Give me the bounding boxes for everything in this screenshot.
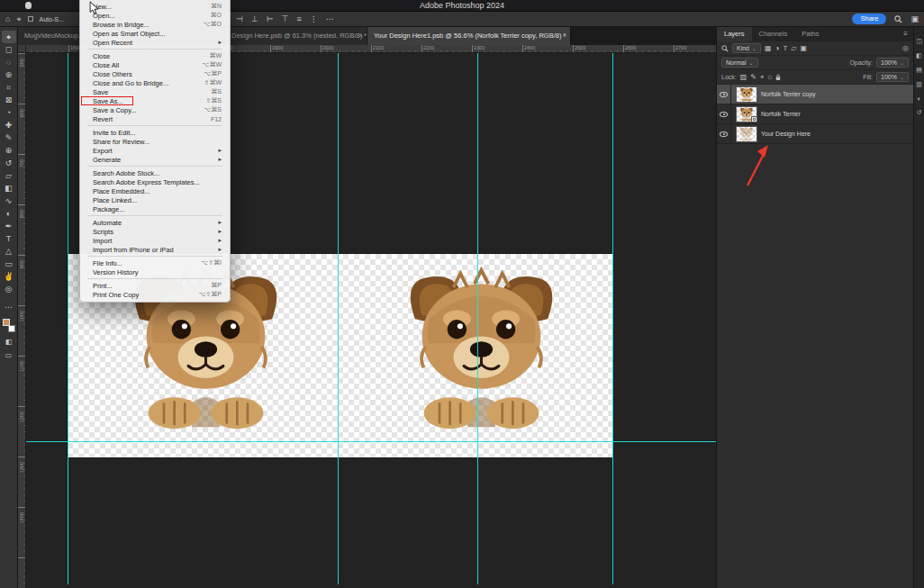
layer-row-norfolk-terrier[interactable]: Norfolk Terrier [717,104,913,124]
menu-item-open-as-smart-object[interactable]: Open as Smart Object... [80,29,230,38]
more-options-icon[interactable]: ⋯ [326,12,334,26]
menu-item-place-embedded[interactable]: Place Embedded... [80,186,230,195]
menu-item-search-adobe-stock[interactable]: Search Adobe Stock... [80,168,230,177]
menu-item-share-for-review[interactable]: Share for Review... [80,137,230,146]
frame-tool[interactable]: ⊠ [2,94,16,106]
auto-select-checkbox[interactable] [28,16,33,22]
blend-mode-select[interactable]: Normal ⌄ [721,58,758,68]
menu-item-save[interactable]: Save⌘S [80,87,230,96]
distribute-vertical-icon[interactable]: ⋮ [310,12,318,26]
screen-mode-icon[interactable]: ▭ [5,351,13,359]
lock-all-icon[interactable] [775,74,781,81]
menu-item-invite-to-edit[interactable]: Invite to Edit... [80,128,230,137]
layer-thumbnail[interactable] [737,107,756,122]
menu-item-new[interactable]: New...⌘N [80,2,230,11]
pixel-filter-icon[interactable]: ▦ [765,44,772,52]
horizontal-guide[interactable] [26,441,716,442]
crop-tool[interactable]: ⌗ [2,81,16,94]
close-tab-icon[interactable]: × [562,27,566,45]
tab-layers[interactable]: Layers [717,27,752,41]
swatches-panel-icon[interactable]: ▤ [916,67,922,74]
lock-pixels-icon[interactable]: ✎ [750,73,756,81]
color-panel-icon[interactable]: ◧ [916,52,922,59]
menu-item-import[interactable]: Import▸ [80,236,230,245]
document-tab-mugvideomockup[interactable]: MugVideoMockup... [18,27,81,45]
menu-item-automate[interactable]: Automate▸ [80,218,230,227]
quick-selection-tool[interactable]: ⊛ [2,68,16,81]
lock-artboard-icon[interactable]: ⌂ [768,73,773,81]
menu-item-save-a-copy[interactable]: Save a Copy...⌥⌘S [80,105,230,114]
gradient-tool[interactable]: ◧ [2,182,16,194]
vertical-guide[interactable] [338,53,339,584]
lasso-tool[interactable]: ◌ [2,56,16,68]
quick-mask-icon[interactable]: ◧ [5,338,13,346]
opacity-input[interactable]: 100% ⌄ [876,58,909,68]
move-tool[interactable]: ⌖ [2,31,16,43]
align-bottom-icon[interactable]: ⊥ [251,12,258,26]
history-panel-icon[interactable]: ↺ [917,109,922,116]
menu-item-print[interactable]: Print...⌘P [80,281,230,290]
eyedropper-tool[interactable]: ◔ [2,106,16,119]
panel-menu-icon[interactable]: ≡ [898,27,913,41]
healing-brush-tool[interactable]: ✚ [2,119,16,131]
properties-panel-icon[interactable]: ◫ [916,38,922,45]
search-icon[interactable] [894,15,902,23]
layer-row-norfolk-terrier-copy[interactable]: Norfolk Terrier copy [717,85,913,104]
norfolk-terrier-artwork-right[interactable] [376,267,586,434]
menu-item-close-others[interactable]: Close Others⌥⌘P [80,69,230,78]
tab-channels[interactable]: Channels [752,27,795,41]
zoom-tool[interactable]: ◎ [2,283,16,295]
align-right-icon[interactable]: ⊢ [267,12,274,26]
path-selection-tool[interactable]: △ [2,245,16,258]
menu-item-save-as[interactable]: Save As...⇧⌘S [80,96,230,105]
vertical-guide[interactable] [68,53,68,584]
rectangular-marquee-tool[interactable]: ◻ [2,43,16,56]
hand-tool[interactable]: ✌ [2,270,16,283]
history-brush-tool[interactable]: ↺ [2,157,16,169]
vertical-guide[interactable] [477,53,478,584]
background-color-swatch[interactable] [8,325,15,332]
type-filter-icon[interactable]: T [783,44,787,52]
layer-name[interactable]: Norfolk Terrier [761,111,801,117]
menu-item-file-info[interactable]: File Info...⌥⇧⌘I [80,258,230,267]
type-tool[interactable]: T [2,232,16,245]
layer-name[interactable]: Your Design Here [761,131,811,137]
tab-paths[interactable]: Paths [794,27,826,41]
document-tab-your-design-here1[interactable]: Your Design Here1.psb @ 56.6% (Norfolk T… [367,27,571,45]
menu-item-close-and-go-to-bridge[interactable]: Close and Go to Bridge...⇧⌘W [80,78,230,87]
libraries-panel-icon[interactable]: ▥ [916,81,922,88]
visibility-toggle[interactable] [717,124,731,144]
menu-item-export[interactable]: Export▸ [80,146,230,155]
layer-name[interactable]: Norfolk Terrier copy [761,91,816,97]
menu-item-search-adobe-express-templates[interactable]: Search Adobe Express Templates... [80,177,230,186]
menu-item-open-recent[interactable]: Open Recent▸ [80,38,230,47]
foreground-color-swatch[interactable] [3,319,10,326]
layer-thumbnail[interactable] [737,87,756,102]
smart-object-filter-icon[interactable]: ▣ [801,44,808,52]
menu-item-close[interactable]: Close⌘W [80,51,230,60]
dodge-tool[interactable]: ◐ [2,207,16,220]
clone-stamp-tool[interactable]: ⊕ [2,144,16,157]
menu-item-package[interactable]: Package... [80,204,230,213]
menu-item-revert[interactable]: RevertF12 [80,114,230,123]
shape-filter-icon[interactable]: ▱ [791,44,796,52]
menu-item-scripts[interactable]: Scripts▸ [80,227,230,236]
edit-toolbar-icon[interactable]: ⋯ [5,303,13,312]
menu-item-version-history[interactable]: Version History [80,267,230,276]
vertical-guide[interactable] [612,53,613,584]
blur-tool[interactable]: ∿ [2,194,16,207]
menu-item-close-all[interactable]: Close All⌥⌘W [80,60,230,69]
menu-item-import-from-iphone-or-ipad[interactable]: Import from iPhone or iPad▸ [80,245,230,254]
menu-item-browse-in-bridge[interactable]: Browse in Bridge...⌥⌘O [80,20,230,29]
home-icon[interactable]: ⌂ [5,12,10,26]
share-button[interactable]: Share [852,14,886,24]
rectangle-tool[interactable]: ▭ [2,258,16,270]
move-tool-options-icon[interactable]: ⌖ [16,12,21,26]
eraser-tool[interactable]: ▱ [2,169,16,182]
lock-transparency-icon[interactable]: ▨ [740,73,747,81]
visibility-toggle[interactable] [717,85,731,104]
align-left-icon[interactable]: ⊣ [236,12,243,26]
menu-item-open[interactable]: Open...⌘O [80,11,230,20]
lock-position-icon[interactable]: ⌖ [760,73,765,82]
workspace-icon[interactable]: ▣ [910,12,919,26]
